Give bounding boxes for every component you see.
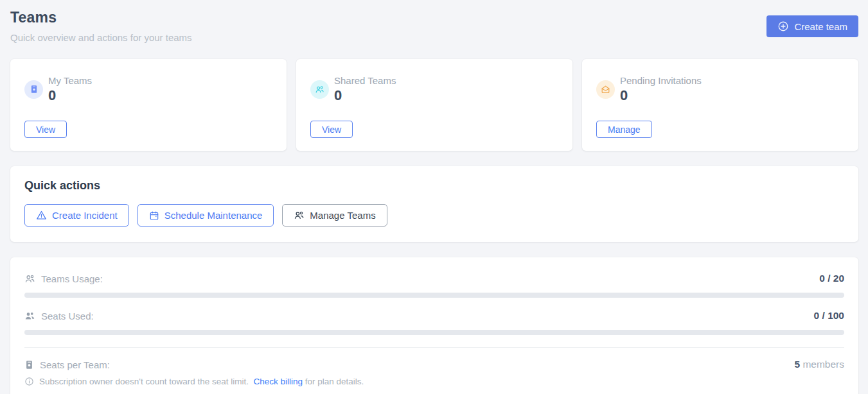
seats-per-team-label: Seats per Team: <box>40 359 110 370</box>
seats-used-value: 0 / 100 <box>814 310 844 321</box>
shared-teams-card: Shared Teams 0 View <box>296 59 572 151</box>
calendar-icon <box>149 210 159 221</box>
plus-circle-icon <box>777 21 789 32</box>
teams-usage-label: Teams Usage: <box>41 273 103 284</box>
create-team-label: Create team <box>794 21 847 32</box>
page-title: Teams <box>10 9 192 26</box>
usage-panel: Teams Usage: 0 / 20 Seats Used: 0 <box>10 257 858 394</box>
note-text: Subscription owner doesn't count toward … <box>39 377 364 386</box>
card-value: 0 <box>48 88 92 103</box>
seats-used-row: Seats Used: 0 / 100 <box>24 310 844 321</box>
card-value: 0 <box>334 88 396 103</box>
schedule-maintenance-button[interactable]: Schedule Maintenance <box>137 204 274 227</box>
schedule-maintenance-label: Schedule Maintenance <box>164 210 263 221</box>
card-label: My Teams <box>48 75 92 86</box>
card-label: Pending Invitations <box>620 75 702 86</box>
open-envelope-icon <box>596 80 615 99</box>
create-incident-button[interactable]: Create Incident <box>24 204 129 227</box>
stat-cards-row: My Teams 0 View Shared Teams <box>10 59 858 151</box>
teams-usage-row: Teams Usage: 0 / 20 <box>24 273 844 284</box>
seats-per-team-value: 5 members <box>794 359 844 370</box>
warning-triangle-icon <box>36 210 47 221</box>
teams-page: Teams Quick overview and actions for you… <box>0 0 868 394</box>
page-header: Teams Quick overview and actions for you… <box>10 9 858 43</box>
teams-usage-value: 0 / 20 <box>819 273 844 284</box>
pending-invitations-card: Pending Invitations 0 Manage <box>582 59 858 151</box>
user-group-icon <box>310 80 329 99</box>
create-incident-label: Create Incident <box>52 210 118 221</box>
user-group-icon <box>294 210 305 221</box>
manage-teams-button[interactable]: Manage Teams <box>282 204 387 227</box>
create-team-button[interactable]: Create team <box>766 15 858 37</box>
my-teams-card: My Teams 0 View <box>10 59 287 151</box>
seats-used-label: Seats Used: <box>41 311 94 321</box>
quick-actions-panel: Quick actions Create Incident <box>10 166 858 242</box>
quick-actions-heading: Quick actions <box>24 179 844 193</box>
id-badge-icon <box>24 80 43 99</box>
id-badge-icon <box>24 360 34 370</box>
seat-limit-note: Subscription owner doesn't count toward … <box>24 377 844 386</box>
header-text-block: Teams Quick overview and actions for you… <box>10 9 192 43</box>
users-filled-icon <box>24 311 35 321</box>
view-my-teams-button[interactable]: View <box>24 121 67 138</box>
usage-divider <box>24 347 844 348</box>
user-group-icon <box>24 273 35 284</box>
view-shared-teams-button[interactable]: View <box>310 121 353 138</box>
manage-invitations-button[interactable]: Manage <box>596 121 652 138</box>
page-subtitle: Quick overview and actions for your team… <box>10 32 192 43</box>
card-value: 0 <box>620 88 702 103</box>
seats-per-team-row: Seats per Team: 5 members <box>24 359 844 370</box>
info-icon <box>24 377 34 386</box>
seats-used-progressbar <box>24 330 844 335</box>
teams-usage-progressbar <box>24 293 844 298</box>
manage-teams-label: Manage Teams <box>310 210 375 221</box>
check-billing-link[interactable]: Check billing <box>254 377 303 386</box>
card-label: Shared Teams <box>334 75 396 86</box>
